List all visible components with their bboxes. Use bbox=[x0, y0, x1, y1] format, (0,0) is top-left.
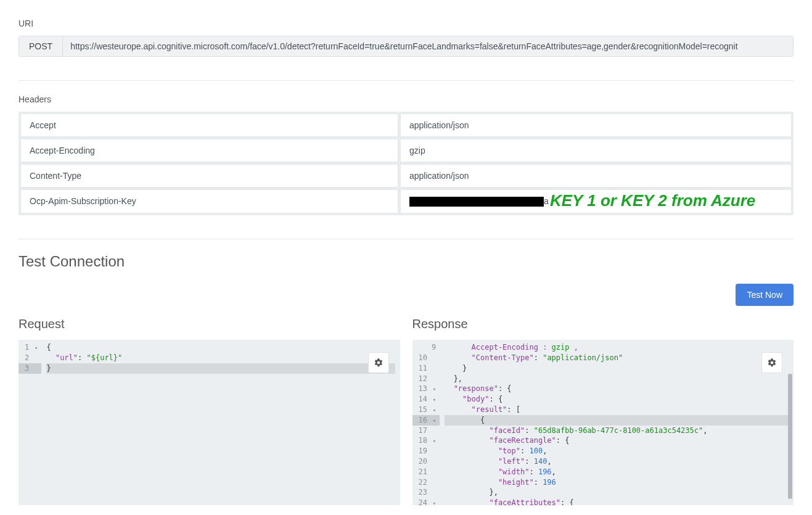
response-editor[interactable]: 910 11 12 13 ▾14 ▾15 ▾16 ▾17 18 ▾19 20 2… bbox=[412, 340, 794, 505]
uri-row: POST https://westeurope.api.cognitive.mi… bbox=[18, 36, 794, 57]
response-title: Response bbox=[412, 317, 794, 331]
header-key-input[interactable]: Accept bbox=[20, 113, 398, 137]
key-annotation: KEY 1 or KEY 2 from Azure bbox=[550, 191, 755, 210]
redacted-key bbox=[409, 197, 544, 207]
divider bbox=[18, 239, 794, 239]
header-value-input[interactable]: a KEY 1 or KEY 2 from Azure bbox=[400, 189, 792, 213]
request-panel: Request 1 ▾2 3 { "url": "${url}"} bbox=[18, 317, 400, 505]
header-value-input[interactable]: application/json bbox=[400, 164, 792, 187]
header-row: Accept-Encoding gzip bbox=[20, 139, 792, 162]
divider bbox=[18, 80, 794, 81]
headers-table: Accept application/json Accept-Encoding … bbox=[18, 112, 794, 215]
request-editor[interactable]: 1 ▾2 3 { "url": "${url}"} bbox=[18, 340, 400, 505]
request-title: Request bbox=[18, 317, 400, 331]
header-value-input[interactable]: gzip bbox=[400, 139, 792, 162]
header-value-input[interactable]: application/json bbox=[400, 113, 792, 137]
header-row: Content-Type application/json bbox=[20, 164, 792, 187]
http-method: POST bbox=[19, 36, 63, 56]
key-suffix: a bbox=[544, 196, 549, 206]
header-key-input[interactable]: Ocp-Apim-Subscription-Key bbox=[20, 189, 398, 213]
gear-icon[interactable] bbox=[761, 352, 782, 373]
gear-icon[interactable] bbox=[368, 352, 389, 373]
uri-input[interactable]: https://westeurope.api.cognitive.microso… bbox=[63, 36, 793, 56]
response-panel: Response 910 11 12 13 ▾14 ▾15 ▾16 ▾17 18… bbox=[412, 317, 794, 505]
header-key-input[interactable]: Content-Type bbox=[20, 164, 398, 187]
header-row: Ocp-Apim-Subscription-Key a KEY 1 or KEY… bbox=[20, 189, 792, 213]
uri-label: URI bbox=[18, 19, 794, 28]
test-now-button[interactable]: Test Now bbox=[736, 284, 794, 306]
header-key-input[interactable]: Accept-Encoding bbox=[20, 139, 398, 162]
header-row: Accept application/json bbox=[20, 113, 792, 137]
test-connection-title: Test Connection bbox=[18, 253, 794, 270]
scrollbar[interactable] bbox=[788, 374, 792, 499]
headers-label: Headers bbox=[18, 94, 794, 104]
